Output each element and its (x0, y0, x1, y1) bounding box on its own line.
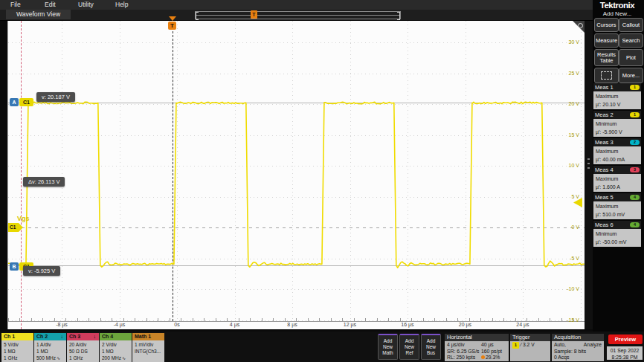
meas-6-badge[interactable]: Meas 6 4 Minimum µ′: -50.00 mV (593, 221, 641, 247)
cursor-b-value-tooltip: v: -5.925 V (23, 266, 60, 276)
meas-2-title: Meas 2 (595, 111, 614, 118)
x-axis-label: 4 µs (219, 322, 251, 327)
sample-rate: SR: 6.25 GS/s (447, 349, 481, 355)
waveform-label-vgs: Vgs (17, 215, 30, 222)
trigger-source-chip: 1 (512, 342, 519, 349)
trigger-position-badge[interactable]: T (168, 22, 176, 30)
more-button[interactable]: More... (619, 68, 643, 83)
ch4-scale: 2 V/div (102, 341, 132, 348)
meas-2-badge[interactable]: Meas 2 1 Minimum µ′: -5.900 V (593, 111, 641, 137)
x-axis-label: 0s (161, 322, 193, 327)
acquisition-minimap[interactable]: T (195, 11, 401, 19)
meas-6-stat: Minimum (596, 230, 639, 238)
ch2-bandwidth-limit-icon: ∿ (57, 356, 60, 361)
meas-4-value: µ′: 1.600 A (596, 183, 639, 191)
panel-divider (585, 21, 593, 329)
waveform-trace-ch1 (8, 21, 585, 329)
position-indicator-icon (481, 355, 485, 359)
ch1-termination: 1 MΩ (4, 348, 33, 355)
ch3-termination: 50 Ω DS (69, 348, 99, 355)
measure-button[interactable]: Measure (594, 33, 619, 48)
x-axis-label: -4 µs (103, 322, 136, 327)
channel-badge-ch4[interactable]: Ch 4 2 V/div 1 MΩ 200 MHz∿ (100, 333, 132, 361)
meas-4-badge[interactable]: Meas 4 3 Maximum µ′: 1.600 A (593, 166, 641, 192)
horizontal-title: Horizontal (445, 334, 509, 341)
tektronix-logo: Tektronix (593, 1, 642, 10)
ch3-bandwidth: 1 GHz (69, 355, 99, 361)
horizontal-scale: 4 µs/div (447, 342, 481, 349)
add-new-ref-button[interactable]: Add New Ref (399, 334, 419, 360)
meas-1-title: Meas 1 (595, 84, 614, 91)
math1-badge[interactable]: Math 1 1 mV/div INTG(Ch3... (132, 333, 164, 361)
ch2-scale: 1 A/div (36, 341, 66, 348)
meas-2-source-pill: 1 (630, 112, 640, 117)
ch3-clipping-arrow-icon: ↓ (94, 333, 97, 340)
meas-3-stat: Maximum (596, 147, 639, 155)
meas-1-value: µ′: 20.10 V (596, 100, 639, 109)
ch3-name: Ch 3 (69, 334, 80, 339)
meas-2-value: µ′: -5.900 V (596, 128, 639, 136)
meas-3-value: µ′: 40.00 mA (596, 155, 639, 164)
sample-resolution: 160 ps/pt (481, 349, 502, 355)
channel-badge-ch1[interactable]: Ch 1 5 V/div 1 MΩ 1 GHz (1, 333, 33, 361)
menu-bar: File Edit Utility Help (0, 0, 644, 10)
x-axis-label: 12 µs (334, 322, 367, 327)
ch1-name: Ch 1 (4, 334, 15, 339)
meas-6-title: Meas 6 (595, 222, 614, 228)
tab-bar: Waveform View T (0, 10, 644, 21)
horizontal-badge[interactable]: Horizontal 4 µs/div40 µs SR: 6.25 GS/s16… (445, 334, 509, 361)
cursor-b-badge[interactable]: B (10, 262, 19, 271)
results-table-button[interactable]: Results Table (594, 49, 619, 66)
draw-a-box-icon (601, 71, 612, 80)
x-axis-label: 16 µs (391, 322, 424, 327)
cursor-a-badge[interactable]: A (10, 98, 19, 106)
record-length: RL: 250 kpts (447, 355, 481, 361)
trigger-level: 3.2 V (523, 342, 535, 347)
menu-edit[interactable]: Edit (45, 1, 56, 8)
horizontal-window: 40 µs (481, 342, 494, 349)
meas-5-badge[interactable]: Meas 5 4 Maximum µ′: 510.0 mV (593, 193, 641, 219)
x-axis-label: 20 µs (449, 322, 482, 327)
x-axis-label: -8 µs (45, 322, 78, 327)
add-new-bus-button[interactable]: Add New Bus (421, 334, 441, 360)
trigger-slope-icon: ∕ (521, 342, 521, 347)
menu-help[interactable]: Help (115, 1, 128, 8)
panel-grip-handle[interactable] (587, 158, 590, 170)
minimap-left-bracket (196, 12, 199, 20)
plot-button[interactable]: Plot (619, 49, 643, 66)
channel-badge-ch2[interactable]: Ch 2 ↓ 1 A/div 1 MΩ 500 MHz∿ (34, 333, 66, 361)
menu-file[interactable]: File (10, 1, 21, 8)
add-new-math-button[interactable]: Add New Math (378, 334, 398, 360)
menu-utility[interactable]: Utility (78, 1, 94, 8)
acquisition-count: 0 Acqs (554, 355, 602, 361)
ch4-termination: 1 MΩ (102, 348, 132, 355)
meas-1-source-pill: 1 (630, 85, 640, 90)
meas-6-value: µ′: -50.00 mV (596, 238, 639, 246)
waveform-view-tab[interactable]: Waveform View (6, 10, 71, 19)
trigger-badge[interactable]: Trigger 1 ∕ 3.2 V (510, 334, 550, 361)
math1-name: Math 1 (135, 334, 151, 339)
trigger-title: Trigger (510, 334, 550, 341)
ch1-bandwidth: 1 GHz (4, 355, 33, 361)
meas-2-stat: Minimum (596, 120, 639, 128)
channel-badge-ch3[interactable]: Ch 3 ↓ 20 A/div 50 Ω DS 1 GHz (67, 333, 99, 361)
preview-button[interactable]: Preview (608, 334, 643, 344)
ch4-bandwidth-limit-icon: ∿ (122, 356, 126, 361)
ch4-name: Ch 4 (102, 334, 113, 339)
meas-4-stat: Maximum (596, 175, 639, 183)
x-axis-label: 24 µs (506, 322, 539, 327)
meas-6-source-pill: 4 (630, 222, 640, 227)
meas-3-badge[interactable]: Meas 3 2 Maximum µ′: 40.00 mA (593, 138, 641, 164)
minimap-trigger-flag[interactable]: T (251, 10, 257, 19)
draw-a-box-button[interactable] (594, 68, 619, 83)
meas-3-title: Meas 3 (595, 139, 614, 146)
callout-button[interactable]: Callout (619, 18, 643, 32)
trigger-position-triangle-icon[interactable] (169, 16, 176, 21)
meas-1-badge[interactable]: Meas 1 1 Maximum µ′: 20.10 V (593, 83, 641, 109)
meas-1-stat: Maximum (596, 92, 639, 100)
acquisition-badge[interactable]: Acquisition Auto,Analyze Sample: 8 bits … (552, 334, 604, 361)
search-button[interactable]: Search (619, 33, 643, 48)
cursors-button[interactable]: Cursors (594, 18, 619, 32)
x-axis-label: 8 µs (276, 322, 309, 327)
acquisition-title: Acquisition (552, 334, 604, 341)
